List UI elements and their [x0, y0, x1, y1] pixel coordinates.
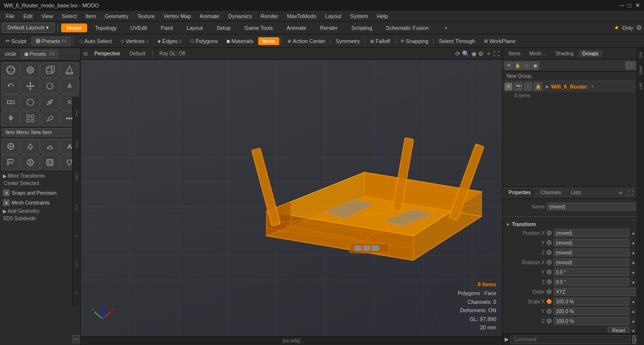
viewport-canvas[interactable]: X Y Z 8 Items Polygons : Face Channels: … [81, 60, 502, 336]
cmd-input[interactable] [511, 335, 630, 344]
items-btn[interactable]: Items [258, 37, 279, 45]
side-tab-list[interactable]: List [636, 79, 644, 93]
strip-uv[interactable]: UV: [73, 260, 80, 268]
add-geometry-header[interactable]: ▶ Add Geometry [0, 207, 80, 215]
mode-tab-scripting[interactable]: Scripting [346, 23, 378, 32]
menu-layout[interactable]: Layout [321, 12, 345, 20]
scale-x-up[interactable]: ▲ [631, 299, 635, 304]
fullscreen-icon[interactable]: ⛶ [493, 50, 499, 57]
group-cam-icon[interactable]: 📷 [514, 83, 522, 91]
snapping-btn[interactable]: ✛ Snapping [397, 37, 433, 45]
sculpt-label[interactable]: circle [2, 50, 19, 58]
pos-x-dot[interactable] [547, 230, 552, 235]
mode-tab-schematic[interactable]: Schematic Fusion [380, 23, 434, 32]
mode-tab-paint[interactable]: Paint [155, 23, 179, 32]
name-field[interactable]: (mixed) [547, 203, 641, 210]
rot-x-up[interactable]: ▲ [631, 260, 635, 265]
rot-z-dot[interactable] [547, 279, 552, 284]
tool-btn-cube[interactable] [41, 62, 60, 78]
groups-eye-btn[interactable]: 👁 [505, 62, 512, 69]
tool-btn-cone[interactable] [60, 62, 79, 78]
pos-y-field[interactable]: (mixed) [554, 239, 629, 247]
mode-tab-topology[interactable]: Topology [89, 23, 122, 32]
mesh-constraints[interactable]: ◈ Mesh Constraints [0, 198, 80, 207]
pos-z-dot[interactable] [547, 250, 552, 255]
strip-pol[interactable]: Pol: [73, 203, 80, 211]
more-transforms-header[interactable]: ▶ More Transforms [0, 172, 80, 180]
rot-z-up[interactable]: ▲ [631, 280, 635, 284]
prop-expand-btn[interactable]: ⛶ [628, 190, 633, 196]
viewport-menu-btn[interactable] [84, 52, 88, 56]
menu-select[interactable]: Select [58, 12, 81, 20]
tab-mesh[interactable]: Mesh ... [525, 50, 551, 57]
strip-dec[interactable]: Dec: [73, 108, 80, 117]
rot-y-field[interactable]: 0.0 ° [554, 268, 629, 276]
pos-x-up[interactable]: ▲ [631, 231, 635, 235]
groups-vis-btn[interactable]: ◻ [522, 62, 530, 69]
vp-default[interactable]: Default [127, 50, 148, 57]
falloff-btn[interactable]: ◍ Falloff [366, 37, 394, 45]
scale-x-dot[interactable] [547, 299, 552, 304]
group-eye-icon[interactable]: 👁 [505, 83, 512, 91]
mode-tab-animate[interactable]: Animate [281, 23, 312, 32]
menu-help[interactable]: Help [373, 12, 392, 20]
action-center-btn[interactable]: ⊕ Action Center [284, 37, 330, 45]
group-item[interactable]: 👁 📷 □ 🔒 ▶ Wifi_6_Router T [503, 81, 644, 92]
add-mode-btn[interactable]: + [439, 23, 453, 32]
strip-c[interactable]: C: [73, 232, 80, 238]
menu-file[interactable]: File [2, 12, 19, 20]
sds-subdivide-header[interactable]: SDS Subdivide D [0, 215, 80, 222]
materials-btn[interactable]: ◼ Materials [222, 37, 257, 45]
close-btn[interactable]: ✕ [635, 2, 640, 9]
pos-z-field[interactable]: (mixed) [554, 249, 629, 256]
scale-x-field[interactable]: 100.0 % [554, 298, 629, 305]
settings-view-icon[interactable]: ⚙ [478, 50, 484, 57]
tool-btn-bevel[interactable] [21, 94, 40, 110]
pos-y-dot[interactable] [547, 240, 552, 245]
tool-btn-blob[interactable] [41, 78, 60, 94]
settings-icon[interactable]: ⚙ [636, 24, 642, 31]
rot-x-dot[interactable] [547, 260, 552, 265]
tool-btn-paint[interactable] [41, 111, 60, 126]
menu-dynamics[interactable]: Dynamics [224, 12, 256, 20]
item-menu[interactable]: Item Menu: New Item ▾ [2, 128, 78, 137]
sculpt-btn[interactable]: ✏ Sculpt [2, 37, 30, 45]
rotate-view-icon[interactable]: ⟳ [455, 50, 460, 57]
pos-y-up[interactable]: ▲ [631, 241, 635, 245]
tool-btn-sphere2[interactable] [21, 62, 40, 78]
pos-z-up[interactable]: ▲ [631, 251, 635, 255]
menu-animate[interactable]: Animate [196, 12, 223, 20]
mode-tab-layout[interactable]: Layout [181, 23, 209, 32]
reset-btn[interactable]: Reset [608, 327, 629, 333]
rot-y-up[interactable]: ▲ [631, 270, 635, 275]
tool-btn-mirror[interactable] [1, 111, 20, 126]
search-view-icon[interactable]: 🔍 [462, 50, 469, 57]
snaps-precision[interactable]: ⊕ Snaps and Precision [0, 188, 80, 198]
tool2-btn-6[interactable] [21, 155, 40, 170]
pos-x-field[interactable]: (mixed) [554, 229, 629, 237]
mode-tab-render[interactable]: Render [314, 23, 343, 32]
layout-dropdown[interactable]: Default Layouts ▾ [2, 23, 55, 33]
prop-tab-properties[interactable]: Properties [505, 189, 535, 196]
side-tab-go[interactable]: Go [636, 48, 644, 62]
center-selected-header[interactable]: Center Selected ▾ [0, 180, 80, 187]
vp-perspective[interactable]: Perspective [91, 50, 123, 57]
strip-mes[interactable]: Mes: [73, 171, 80, 181]
tool-btn-move[interactable] [21, 78, 40, 94]
order-dropdown[interactable]: XYZ ▾ [554, 288, 641, 296]
menu-vertex-map[interactable]: Vertex Map [160, 12, 195, 20]
tool-btn-rotate[interactable] [1, 78, 20, 94]
order-dot[interactable] [547, 289, 552, 294]
tool-btn-sphere[interactable] [1, 62, 20, 78]
menu-system[interactable]: System [346, 12, 372, 20]
minimize-btn[interactable]: ─ [620, 2, 624, 9]
mode-tab-uvedit[interactable]: UVEdit [125, 23, 153, 32]
menu-texture[interactable]: Texture [133, 12, 159, 20]
mode-tab-gametools[interactable]: Game Tools [239, 23, 279, 32]
camera-icon[interactable]: ◉ [471, 50, 476, 57]
menu-edit[interactable]: Edit [20, 12, 37, 20]
reset-up[interactable]: ▲ [631, 328, 635, 333]
tool-btn-array[interactable] [21, 111, 40, 126]
tool-btn-pen[interactable] [41, 94, 60, 110]
groups-expand-btn[interactable]: ⛶ [625, 62, 633, 69]
